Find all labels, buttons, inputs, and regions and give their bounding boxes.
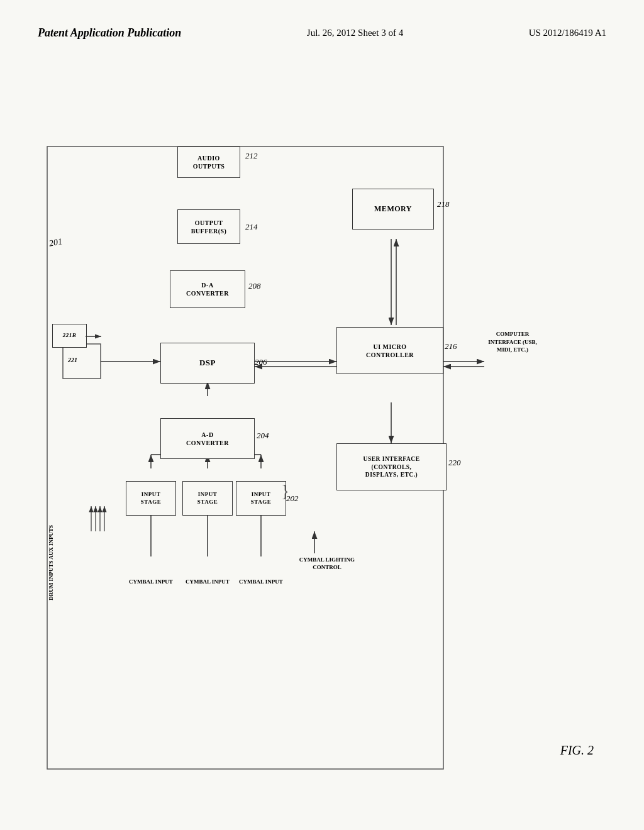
input-stage-2-label: INPUT STAGE <box>197 491 218 506</box>
input-stage-1-label: INPUT STAGE <box>141 491 161 506</box>
diagram-svg <box>0 53 644 783</box>
input-stage-3-label: INPUT STAGE <box>251 491 271 506</box>
memory-label: MEMORY <box>374 204 412 214</box>
cymbal-input-2-label: CYMBAL INPUT <box>182 578 233 586</box>
audio-outputs-label: AUDIO OUTPUTS <box>193 154 225 170</box>
input-stage-2-block: INPUT STAGE <box>182 481 233 516</box>
input-stage-1-block: INPUT STAGE <box>126 481 176 516</box>
ui-micro-block: UI MICRO CONTROLLER <box>336 327 443 374</box>
ad-converter-block: A-D CONVERTER <box>160 418 255 459</box>
ref-220: 220 <box>448 458 461 468</box>
diagram-area: AUDIO OUTPUTS 212 OUTPUT BUFFER(S) 214 D… <box>0 53 644 783</box>
brace-202: } <box>281 481 289 501</box>
ui-micro-label: UI MICRO CONTROLLER <box>366 343 414 359</box>
ref-212: 212 <box>245 151 258 161</box>
input-stage-3-block: INPUT STAGE <box>236 481 286 516</box>
audio-outputs-block: AUDIO OUTPUTS <box>177 147 240 178</box>
output-buffers-label: OUTPUT BUFFER(S) <box>191 219 227 235</box>
ad-converter-label: A-D CONVERTER <box>186 431 229 447</box>
cymbal-lighting-label: CYMBAL LIGHTING CONTROL <box>286 556 368 571</box>
ref-204: 204 <box>257 431 269 441</box>
drum-aux-label: DRUM INPUTS AUX INPUTS <box>48 525 92 600</box>
ref-206: 206 <box>255 357 267 367</box>
ref-201: 201 <box>48 236 63 248</box>
ref-221: 221 <box>68 357 77 363</box>
date-sheet: Jul. 26, 2012 Sheet 3 of 4 <box>307 25 403 38</box>
panel-arrow-svg <box>86 330 104 343</box>
dsp-block: DSP <box>160 343 255 384</box>
page: Patent Application Publication Jul. 26, … <box>0 0 644 830</box>
panel-221b-label: 221B <box>63 332 77 340</box>
output-buffers-block: OUTPUT BUFFER(S) <box>177 209 240 244</box>
ref-214: 214 <box>245 222 258 232</box>
ref-218: 218 <box>437 199 450 209</box>
patent-number: US 2012/186419 A1 <box>529 25 606 38</box>
memory-block: MEMORY <box>352 189 434 230</box>
publication-title: Patent Application Publication <box>38 25 181 41</box>
computer-interface-label: COMPUTER INTERFACE (USB, MIDI, ETC.) <box>484 330 541 354</box>
cymbal-input-1-label: CYMBAL INPUT <box>126 578 176 586</box>
da-converter-label: D-A CONVERTER <box>186 281 229 297</box>
ref-208: 208 <box>248 281 261 291</box>
panel-221b-block: 221B <box>52 324 87 348</box>
da-converter-block: D-A CONVERTER <box>170 270 245 308</box>
fig-label: FIG. 2 <box>560 743 594 758</box>
page-header: Patent Application Publication Jul. 26, … <box>0 0 644 53</box>
user-interface-block: USER INTERFACE (CONTROLS, DISPLAYS, ETC.… <box>336 443 447 490</box>
cymbal-input-3-label: CYMBAL INPUT <box>236 578 286 586</box>
dsp-label: DSP <box>199 358 216 368</box>
user-interface-label: USER INTERFACE (CONTROLS, DISPLAYS, ETC.… <box>364 455 420 479</box>
ref-216: 216 <box>445 341 457 351</box>
